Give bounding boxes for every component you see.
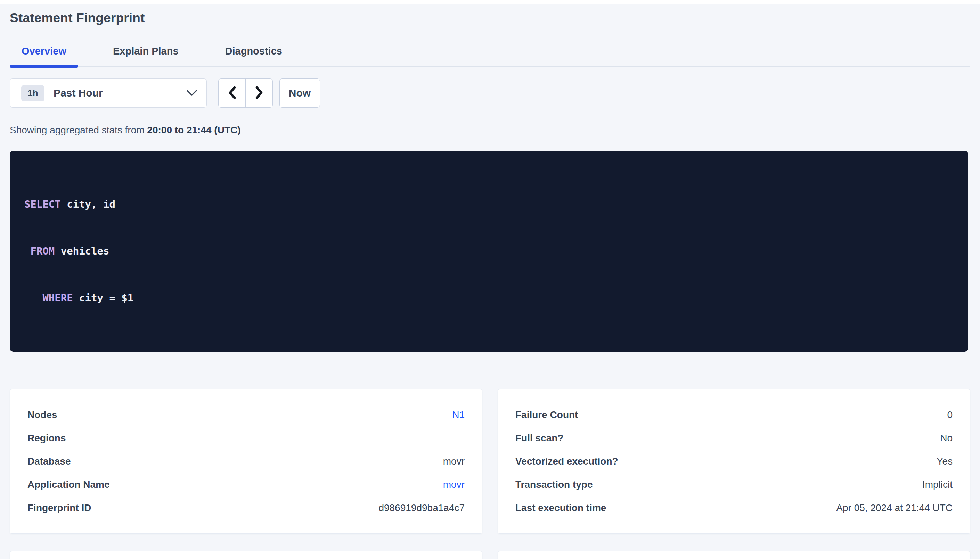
summary-row-failure-count: Failure Count 0 [516,403,953,427]
time-picker-controls: 1h Past Hour [10,78,970,108]
sql-keyword: WHERE [42,292,73,304]
card-statement-properties: Nodes N1 Regions Database movr Applicati… [10,389,483,534]
chevron-left-icon [228,86,237,100]
tab-overview-label: Overview [22,45,66,56]
statement-fingerprint-page: Statement Fingerprint Overview Explain P… [0,11,980,559]
tab-bar: Overview Explain Plans Diagnostics [10,45,970,67]
active-tab-indicator [10,65,78,68]
sql-statement-box: SELECT city, id FROM vehicles WHERE city… [10,150,968,352]
tab-explain-plans[interactable]: Explain Plans [101,45,191,66]
row-label: Transaction type [516,479,593,490]
summary-cards-grid: Nodes N1 Regions Database movr Applicati… [10,389,970,559]
summary-row-fingerprint-id: Fingerprint ID d986919d9ba1a4c7 [27,496,464,519]
tab-overview[interactable]: Overview [10,45,78,66]
tab-diagnostics[interactable]: Diagnostics [213,45,294,66]
row-label: Full scan? [516,433,563,444]
previous-interval-button[interactable] [219,79,246,107]
row-label: Nodes [27,409,57,420]
tab-diagnostics-label: Diagnostics [225,45,282,56]
row-label: Failure Count [516,409,578,420]
application-name-link[interactable]: movr [443,479,464,490]
next-interval-button[interactable] [246,79,272,107]
aggregation-note: Showing aggregated stats from 20:00 to 2… [10,124,970,136]
chevron-down-icon [186,89,197,96]
row-label: Application Name [27,479,109,490]
sql-keyword: SELECT [24,198,61,210]
time-interval-value: Past Hour [53,87,103,99]
sql-keyword: FROM [30,245,55,257]
row-label: Vectorized execution? [516,456,618,467]
aggregation-note-prefix: Showing aggregated stats from [10,125,147,136]
summary-row-nodes: Nodes N1 [27,403,464,427]
summary-row-last-execution-time: Last execution time Apr 05, 2024 at 21:4… [516,496,953,519]
row-label: Fingerprint ID [27,503,91,514]
sql-line: WHERE city = $1 [24,290,953,306]
sql-line: FROM vehicles [24,243,953,259]
row-value: 0 [947,409,953,420]
row-value: d986919d9ba1a4c7 [378,503,464,514]
top-strip [0,0,980,4]
page-title: Statement Fingerprint [10,11,970,25]
row-value: Yes [937,456,953,467]
row-value: Apr 05, 2024 at 21:44 UTC [836,503,953,514]
row-label: Database [27,456,71,467]
interval-step-buttons [218,78,273,108]
summary-row-regions: Regions [27,427,464,450]
nodes-link[interactable]: N1 [452,409,464,420]
summary-row-vectorized-execution: Vectorized execution? Yes [516,450,953,473]
row-value: No [940,433,953,444]
time-interval-badge: 1h [21,85,45,101]
card-statement-times: Statement Time 454.1 µs Execution: 373.4… [10,551,483,559]
aggregation-range: 20:00 to 21:44 (UTC) [147,125,240,136]
row-value: movr [443,456,464,467]
now-button[interactable]: Now [279,78,320,108]
chevron-right-icon [255,86,264,100]
summary-row-full-scan: Full scan? No [516,427,953,450]
card-execution-attributes: Failure Count 0 Full scan? No Vectorized… [497,389,970,534]
tab-explain-plans-label: Explain Plans [113,45,179,56]
card-wait-times: Contention Time 24.7 µs SQL CPU Time 16.… [497,551,970,559]
row-label: Regions [27,433,66,444]
row-label: Last execution time [516,503,606,514]
row-value: Implicit [922,479,953,490]
sql-line: SELECT city, id [24,197,953,212]
summary-row-database: Database movr [27,450,464,473]
time-interval-select[interactable]: 1h Past Hour [10,78,207,108]
summary-row-application-name: Application Name movr [27,473,464,496]
summary-row-transaction-type: Transaction type Implicit [516,473,953,496]
